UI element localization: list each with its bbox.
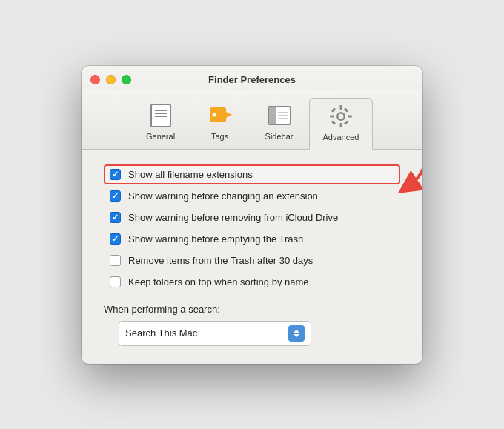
tab-tags[interactable]: Tags xyxy=(190,98,250,149)
dropdown-arrows-icon xyxy=(288,325,305,342)
tab-general[interactable]: General xyxy=(131,98,190,149)
svg-rect-12 xyxy=(344,120,348,124)
checkbox-warn-trash-label: Show warning before emptying the Trash xyxy=(128,233,303,245)
tab-advanced[interactable]: Advanced xyxy=(309,98,374,150)
tab-general-label: General xyxy=(146,132,175,141)
gear-icon xyxy=(328,103,354,130)
checkbox-warn-icloud[interactable] xyxy=(110,212,121,223)
content-area: Show all filename extensions Show warnin… xyxy=(82,150,422,364)
maximize-button[interactable] xyxy=(122,75,131,84)
tab-sidebar-label: Sidebar xyxy=(265,132,294,141)
search-label: When performing a search: xyxy=(104,304,400,315)
checkbox-warn-extension-label: Show warning before changing an extensio… xyxy=(128,190,318,202)
tab-sidebar[interactable]: Sidebar xyxy=(250,98,309,149)
checkbox-row-warn-trash: Show warning before emptying the Trash xyxy=(104,229,400,249)
finder-preferences-window: Finder Preferences General xyxy=(82,66,422,364)
window-title: Finder Preferences xyxy=(208,74,296,85)
svg-marker-2 xyxy=(226,112,232,118)
search-dropdown[interactable]: Search This Mac xyxy=(119,321,311,346)
sidebar-icon xyxy=(266,102,293,129)
checkbox-row-show-extensions: Show all filename extensions xyxy=(104,164,400,184)
svg-rect-6 xyxy=(340,123,342,127)
svg-rect-7 xyxy=(330,115,334,117)
toolbar: General Tags xyxy=(82,90,422,149)
search-section: When performing a search: Search This Ma… xyxy=(104,304,400,346)
svg-rect-11 xyxy=(344,107,348,112)
checkbox-row-warn-extension: Show warning before changing an extensio… xyxy=(104,186,400,206)
checkbox-row-keep-folders: Keep folders on top when sorting by name xyxy=(104,272,400,292)
checkbox-show-extensions[interactable] xyxy=(110,169,121,180)
minimize-button[interactable] xyxy=(106,75,116,84)
checkbox-row-warn-icloud: Show warning before removing from iCloud… xyxy=(104,207,400,227)
arrow-up-icon xyxy=(294,330,299,333)
svg-rect-0 xyxy=(210,107,226,122)
svg-rect-10 xyxy=(331,120,336,124)
checkbox-remove-trash[interactable] xyxy=(110,255,121,266)
tags-icon xyxy=(207,102,233,129)
checkbox-row-remove-trash: Remove items from the Trash after 30 day… xyxy=(104,250,400,270)
checkbox-show-extensions-label: Show all filename extensions xyxy=(128,169,253,180)
svg-rect-5 xyxy=(340,105,342,110)
title-bar: Finder Preferences General xyxy=(82,66,422,150)
checkbox-warn-icloud-label: Show warning before removing from iCloud… xyxy=(128,212,338,223)
tab-tags-label: Tags xyxy=(211,132,228,141)
svg-rect-9 xyxy=(331,107,336,112)
svg-point-4 xyxy=(339,113,344,119)
arrow-down-icon xyxy=(294,334,299,337)
checkbox-keep-folders[interactable] xyxy=(110,276,121,287)
dropdown-value: Search This Mac xyxy=(125,327,197,339)
checkbox-keep-folders-label: Keep folders on top when sorting by name xyxy=(128,276,309,287)
svg-point-1 xyxy=(212,113,216,116)
window-controls xyxy=(90,75,131,84)
close-button[interactable] xyxy=(90,75,100,84)
general-icon xyxy=(147,102,174,129)
checkbox-warn-trash[interactable] xyxy=(110,233,121,245)
checkbox-warn-extension[interactable] xyxy=(110,190,121,202)
tab-advanced-label: Advanced xyxy=(323,133,359,142)
checkboxes-container: Show all filename extensions Show warnin… xyxy=(104,164,400,292)
checkbox-remove-trash-label: Remove items from the Trash after 30 day… xyxy=(128,255,313,266)
svg-rect-8 xyxy=(348,115,352,117)
